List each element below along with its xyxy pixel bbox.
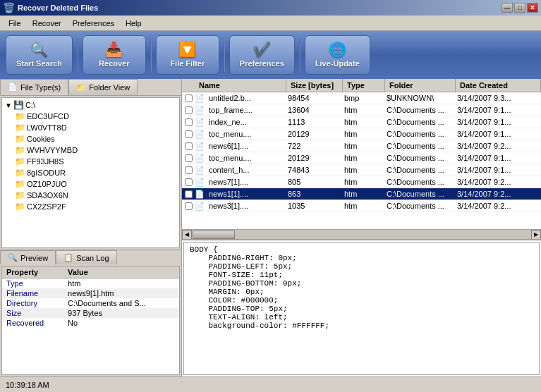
tree-item[interactable]: 📁 Cookies [4,133,178,145]
file-checkbox[interactable] [182,106,195,114]
folder-icon: 📁 [15,157,25,166]
property-row: RecoveredNo [2,318,179,328]
file-row[interactable]: 📄 toc_menu.... 20129 htm C:\Documents ..… [182,152,541,164]
tree-item[interactable]: 📁 CX2ZSP2F [4,201,178,212]
file-filter-button[interactable]: 🔽 File Filter [156,35,219,75]
recover-icon: 📥 [105,42,123,56]
file-date: 3/14/2007 9:2... [454,201,541,211]
live-update-button[interactable]: 🌐 Live-Update [305,35,370,75]
tree-item[interactable]: 📁 FF93JH8S [4,156,178,167]
file-type-icon: 📄 [195,106,206,115]
menu-help[interactable]: Help [120,18,147,29]
file-size: 1113 [285,117,341,127]
file-row[interactable]: 📄 content_h... 74843 htm C:\Documents ..… [182,164,541,176]
maximize-button[interactable]: □ [514,3,525,13]
file-checkbox[interactable] [182,94,195,102]
file-checkbox[interactable] [182,178,195,186]
tab-preview[interactable]: 🔍 Preview [0,250,56,264]
prop-label: Size [2,308,63,318]
properties-area: Property Value TypehtmFilenamenews9[1].h… [1,266,180,375]
minimize-button[interactable]: — [502,3,513,13]
file-row[interactable]: 📄 toc_menu.... 20129 htm C:\Documents ..… [182,128,541,140]
col-name-header[interactable]: Name [195,79,286,92]
toolbar-separator-2 [150,38,152,72]
menu-file[interactable]: File [3,18,27,29]
folder-icon: 📁 [15,145,25,155]
scan-log-icon: 📋 [63,253,73,262]
file-checkbox[interactable] [182,118,195,126]
code-content[interactable]: BODY { PADDING-RIGHT: 0px; PADDING-LEFT:… [183,242,540,375]
file-row[interactable]: 📄 index_ne... 1113 htm C:\Documents ... … [182,116,541,128]
status-time: 10:39:18 AM [6,381,49,389]
file-folder: C:\Documents ... [384,165,454,175]
file-checkbox[interactable] [182,154,195,162]
tree-item[interactable]: 📁 8gISODUR [4,167,178,178]
file-row[interactable]: 📄 top_frame.... 13604 htm C:\Documents .… [182,104,541,116]
tree-item[interactable]: 📁 WVHVYYMBD [4,145,178,156]
toolbar-separator-3 [224,38,225,72]
file-name: news1[1].... [206,189,285,199]
file-name: untitled2.b... [206,93,285,103]
recover-button[interactable]: 📥 Recover [83,35,146,75]
property-row: Size937 Bytes [2,308,179,318]
file-list-body[interactable]: 📄 untitled2.b... 98454 bmp $UNKNOWN\ 3/1… [182,92,541,229]
scroll-right-button[interactable]: ▶ [531,230,541,240]
drive-icon: 💾 [13,100,24,110]
close-button[interactable]: ✕ [527,3,538,13]
file-checkbox[interactable] [182,130,195,138]
start-search-button[interactable]: 🔍 Start Search [6,35,73,75]
col-size-header[interactable]: Size [bytes] [286,79,343,92]
menu-preferences[interactable]: Preferences [67,18,120,29]
col-type-header[interactable]: Type [343,79,385,92]
file-date: 3/14/2007 9:1... [454,105,541,115]
file-checkbox[interactable] [182,190,195,198]
file-size: 1035 [285,201,341,211]
file-tree[interactable]: ▼ 💾 C:\ 📁 EDC3UFCD 📁 LW0VTT8D 📁 Cookies [1,97,180,248]
file-type-icon: 📄 [195,118,206,127]
col-date-header[interactable]: Date Created [456,79,541,92]
file-folder: C:\Documents ... [384,129,454,139]
properties-table: Property Value TypehtmFilenamenews9[1].h… [2,267,179,328]
file-list-header: Name Size [bytes] Type Folder Date Creat… [182,79,541,92]
file-type: htm [341,177,384,187]
file-row[interactable]: 📄 news7[1].... 805 htm C:\Documents ... … [182,176,541,188]
tree-item[interactable]: 📁 SDA3OX6N [4,190,178,201]
file-checkbox[interactable] [182,142,195,150]
prop-label: Filename [2,288,63,298]
file-row[interactable]: 📄 news6[1].... 722 htm C:\Documents ... … [182,140,541,152]
scroll-left-button[interactable]: ◀ [182,230,192,240]
tree-item-label: WVHVYYMBD [27,146,78,154]
file-checkbox[interactable] [182,202,195,210]
tree-root-label: C:\ [25,101,35,109]
file-row[interactable]: 📄 news3[1].... 1035 htm C:\Documents ...… [182,200,541,212]
file-size: 98454 [285,93,341,103]
menu-recover[interactable]: Recover [27,18,67,29]
horizontal-scrollbar[interactable]: ◀ ▶ [182,229,541,239]
file-folder: C:\Documents ... [384,177,454,187]
tree-item[interactable]: 📁 LW0VTT8D [4,122,178,133]
tree-item[interactable]: 📁 EDC3UFCD [4,111,178,122]
title-bar: 🗑️ Recover Deleted Files — □ ✕ [0,0,541,16]
file-row[interactable]: 📄 untitled2.b... 98454 bmp $UNKNOWN\ 3/1… [182,92,541,104]
tab-folder-view[interactable]: 📁 Folder View [68,79,138,95]
tree-root[interactable]: ▼ 💾 C:\ [4,99,178,111]
scroll-thumb[interactable] [193,231,235,239]
file-type: htm [341,165,384,175]
file-checkbox[interactable] [182,166,195,174]
file-size: 74843 [285,165,341,175]
tree-item[interactable]: 📁 OZ10PJUO [4,178,178,190]
property-row: Filenamenews9[1].htm [2,288,179,298]
scroll-track [192,230,531,240]
file-name: top_frame.... [206,105,285,115]
col-property: Property [2,267,63,278]
tab-file-type[interactable]: 📄 File Type(s) [0,79,68,95]
file-date: 3/14/2007 9:1... [454,129,541,139]
file-name: index_ne... [206,117,285,127]
toolbar-separator-1 [77,38,78,72]
col-folder-header[interactable]: Folder [385,79,456,92]
preferences-button[interactable]: ✔️ Preferences [229,35,295,75]
tab-scan-log[interactable]: 📋 Scan Log [56,250,116,264]
file-row[interactable]: 📄 news1[1].... 863 htm C:\Documents ... … [182,188,541,200]
file-size: 20129 [285,153,341,163]
tree-item-label: 8gISODUR [27,169,66,177]
